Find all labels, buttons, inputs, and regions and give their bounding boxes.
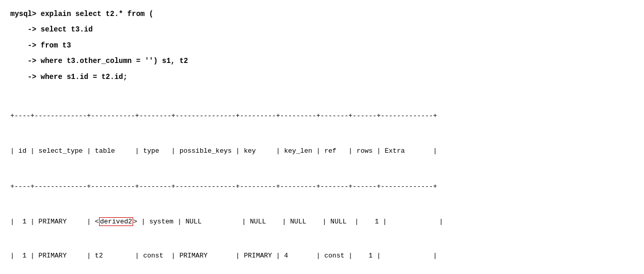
sql-line-3: -> where t3.other_column = '') s1, t2 xyxy=(10,55,634,67)
table-row-1: | 1 | PRIMARY | <derived2> | system | NU… xyxy=(10,216,634,228)
table-row-2: | 1 | PRIMARY | t2 | const | PRIMARY | P… xyxy=(10,250,634,262)
explain-table: +----+-------------+-----------+--------… xyxy=(10,87,634,274)
sql-line-2: -> from t3 xyxy=(10,40,634,51)
sql-line-1: -> select t3.id xyxy=(10,24,634,35)
sql-text: explain select t2.* from ( xyxy=(41,10,153,18)
sql-line-4: -> where s1.id = t2.id; xyxy=(10,71,634,83)
derived2-highlight: derived2 xyxy=(99,217,133,226)
table-header-row: | id | select_type | table | type | poss… xyxy=(10,146,634,157)
table-divider-header: +----+-------------+-----------+--------… xyxy=(10,181,634,192)
table-divider-top: +----+-------------+-----------+--------… xyxy=(10,110,634,122)
sql-command-line: mysql> explain select t2.* from ( xyxy=(10,8,634,20)
mysql-prompt: mysql> xyxy=(10,10,41,18)
sql-block: mysql> explain select t2.* from ( -> sel… xyxy=(10,8,634,83)
